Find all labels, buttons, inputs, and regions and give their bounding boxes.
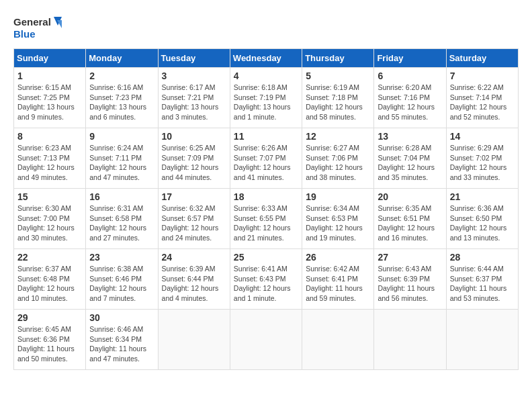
day-number: 18	[234, 191, 298, 202]
calendar-cell: 22Sunrise: 6:37 AM Sunset: 6:48 PM Dayli…	[14, 249, 86, 310]
day-info: Sunrise: 6:37 AM Sunset: 6:48 PM Dayligh…	[17, 264, 82, 304]
calendar-cell: 23Sunrise: 6:38 AM Sunset: 6:46 PM Dayli…	[86, 249, 158, 310]
calendar-cell: 14Sunrise: 6:29 AM Sunset: 7:02 PM Dayli…	[446, 128, 518, 189]
calendar-cell	[446, 310, 518, 370]
day-info: Sunrise: 6:45 AM Sunset: 6:36 PM Dayligh…	[17, 324, 82, 364]
calendar-cell	[302, 310, 374, 370]
calendar-cell: 10Sunrise: 6:25 AM Sunset: 7:09 PM Dayli…	[158, 128, 230, 189]
day-of-week-header: Saturday	[446, 49, 518, 68]
day-info: Sunrise: 6:42 AM Sunset: 6:41 PM Dayligh…	[306, 264, 370, 304]
calendar-cell: 9Sunrise: 6:24 AM Sunset: 7:11 PM Daylig…	[86, 128, 158, 189]
day-info: Sunrise: 6:34 AM Sunset: 6:53 PM Dayligh…	[306, 203, 370, 243]
calendar-cell: 11Sunrise: 6:26 AM Sunset: 7:07 PM Dayli…	[230, 128, 302, 189]
calendar-week-row: 22Sunrise: 6:37 AM Sunset: 6:48 PM Dayli…	[14, 249, 519, 310]
calendar-week-row: 1Sunrise: 6:15 AM Sunset: 7:25 PM Daylig…	[14, 68, 519, 128]
calendar-week-row: 15Sunrise: 6:30 AM Sunset: 7:00 PM Dayli…	[14, 189, 519, 249]
calendar-cell: 19Sunrise: 6:34 AM Sunset: 6:53 PM Dayli…	[302, 189, 374, 249]
day-number: 29	[17, 312, 82, 323]
day-number: 15	[17, 191, 82, 202]
day-info: Sunrise: 6:28 AM Sunset: 7:04 PM Dayligh…	[378, 143, 442, 183]
day-number: 4	[234, 71, 298, 81]
calendar-week-row: 29Sunrise: 6:45 AM Sunset: 6:36 PM Dayli…	[14, 310, 519, 370]
day-number: 23	[89, 252, 154, 263]
day-number: 9	[89, 131, 154, 142]
day-info: Sunrise: 6:23 AM Sunset: 7:13 PM Dayligh…	[17, 143, 82, 183]
calendar-cell: 29Sunrise: 6:45 AM Sunset: 6:36 PM Dayli…	[14, 310, 86, 370]
calendar-cell: 25Sunrise: 6:41 AM Sunset: 6:43 PM Dayli…	[230, 249, 302, 310]
day-info: Sunrise: 6:46 AM Sunset: 6:34 PM Dayligh…	[89, 324, 154, 364]
day-number: 20	[378, 191, 442, 202]
day-info: Sunrise: 6:19 AM Sunset: 7:18 PM Dayligh…	[306, 83, 370, 122]
calendar-cell: 5Sunrise: 6:19 AM Sunset: 7:18 PM Daylig…	[302, 68, 374, 128]
calendar-cell: 16Sunrise: 6:31 AM Sunset: 6:58 PM Dayli…	[86, 189, 158, 249]
day-info: Sunrise: 6:22 AM Sunset: 7:14 PM Dayligh…	[450, 83, 515, 122]
day-number: 2	[89, 71, 154, 81]
calendar-cell: 4Sunrise: 6:18 AM Sunset: 7:19 PM Daylig…	[230, 68, 302, 128]
day-info: Sunrise: 6:15 AM Sunset: 7:25 PM Dayligh…	[17, 83, 82, 122]
logo-svg: GeneralBlue	[13, 13, 64, 42]
day-info: Sunrise: 6:20 AM Sunset: 7:16 PM Dayligh…	[378, 83, 442, 122]
calendar-cell: 12Sunrise: 6:27 AM Sunset: 7:06 PM Dayli…	[302, 128, 374, 189]
calendar-cell: 27Sunrise: 6:43 AM Sunset: 6:39 PM Dayli…	[374, 249, 446, 310]
day-of-week-header: Sunday	[14, 49, 86, 68]
day-number: 19	[306, 191, 370, 202]
day-of-week-header: Friday	[374, 49, 446, 68]
day-number: 24	[162, 252, 226, 263]
day-info: Sunrise: 6:39 AM Sunset: 6:44 PM Dayligh…	[162, 264, 226, 304]
calendar-cell: 15Sunrise: 6:30 AM Sunset: 7:00 PM Dayli…	[14, 189, 86, 249]
calendar-cell: 13Sunrise: 6:28 AM Sunset: 7:04 PM Dayli…	[374, 128, 446, 189]
day-of-week-header: Thursday	[302, 49, 374, 68]
day-number: 8	[17, 131, 82, 142]
day-info: Sunrise: 6:27 AM Sunset: 7:06 PM Dayligh…	[306, 143, 370, 183]
day-info: Sunrise: 6:17 AM Sunset: 7:21 PM Dayligh…	[162, 83, 226, 122]
day-number: 11	[234, 131, 298, 142]
calendar-cell: 1Sunrise: 6:15 AM Sunset: 7:25 PM Daylig…	[14, 68, 86, 128]
day-info: Sunrise: 6:26 AM Sunset: 7:07 PM Dayligh…	[234, 143, 298, 183]
day-info: Sunrise: 6:43 AM Sunset: 6:39 PM Dayligh…	[378, 264, 442, 304]
day-info: Sunrise: 6:33 AM Sunset: 6:55 PM Dayligh…	[234, 203, 298, 243]
calendar-cell: 21Sunrise: 6:36 AM Sunset: 6:50 PM Dayli…	[446, 189, 518, 249]
calendar-cell: 7Sunrise: 6:22 AM Sunset: 7:14 PM Daylig…	[446, 68, 518, 128]
day-number: 1	[17, 71, 82, 81]
day-number: 17	[162, 191, 226, 202]
svg-text:General: General	[13, 16, 51, 28]
calendar-cell: 18Sunrise: 6:33 AM Sunset: 6:55 PM Dayli…	[230, 189, 302, 249]
day-info: Sunrise: 6:36 AM Sunset: 6:50 PM Dayligh…	[450, 203, 515, 243]
day-info: Sunrise: 6:35 AM Sunset: 6:51 PM Dayligh…	[378, 203, 442, 243]
calendar-cell: 24Sunrise: 6:39 AM Sunset: 6:44 PM Dayli…	[158, 249, 230, 310]
day-of-week-header: Monday	[86, 49, 158, 68]
calendar-cell: 17Sunrise: 6:32 AM Sunset: 6:57 PM Dayli…	[158, 189, 230, 249]
calendar-cell	[158, 310, 230, 370]
day-number: 12	[306, 131, 370, 142]
calendar-cell: 26Sunrise: 6:42 AM Sunset: 6:41 PM Dayli…	[302, 249, 374, 310]
day-info: Sunrise: 6:29 AM Sunset: 7:02 PM Dayligh…	[450, 143, 515, 183]
page-header: GeneralBlue	[13, 13, 519, 42]
calendar-cell: 28Sunrise: 6:44 AM Sunset: 6:37 PM Dayli…	[446, 249, 518, 310]
day-number: 28	[450, 252, 515, 263]
calendar-cell	[230, 310, 302, 370]
day-info: Sunrise: 6:32 AM Sunset: 6:57 PM Dayligh…	[162, 203, 226, 243]
day-info: Sunrise: 6:44 AM Sunset: 6:37 PM Dayligh…	[450, 264, 515, 304]
day-of-week-header: Tuesday	[158, 49, 230, 68]
day-info: Sunrise: 6:41 AM Sunset: 6:43 PM Dayligh…	[234, 264, 298, 304]
day-number: 21	[450, 191, 515, 202]
day-number: 30	[89, 312, 154, 323]
day-number: 22	[17, 252, 82, 263]
logo: GeneralBlue	[13, 13, 64, 42]
day-number: 10	[162, 131, 226, 142]
day-info: Sunrise: 6:30 AM Sunset: 7:00 PM Dayligh…	[17, 203, 82, 243]
day-number: 16	[89, 191, 154, 202]
day-number: 3	[162, 71, 226, 81]
day-number: 5	[306, 71, 370, 81]
calendar-cell: 2Sunrise: 6:16 AM Sunset: 7:23 PM Daylig…	[86, 68, 158, 128]
day-number: 14	[450, 131, 515, 142]
day-number: 7	[450, 71, 515, 81]
calendar-cell: 3Sunrise: 6:17 AM Sunset: 7:21 PM Daylig…	[158, 68, 230, 128]
day-info: Sunrise: 6:16 AM Sunset: 7:23 PM Dayligh…	[89, 83, 154, 122]
calendar-cell: 20Sunrise: 6:35 AM Sunset: 6:51 PM Dayli…	[374, 189, 446, 249]
day-number: 26	[306, 252, 370, 263]
day-number: 6	[378, 71, 442, 81]
day-number: 13	[378, 131, 442, 142]
calendar-cell: 6Sunrise: 6:20 AM Sunset: 7:16 PM Daylig…	[374, 68, 446, 128]
calendar-cell	[374, 310, 446, 370]
